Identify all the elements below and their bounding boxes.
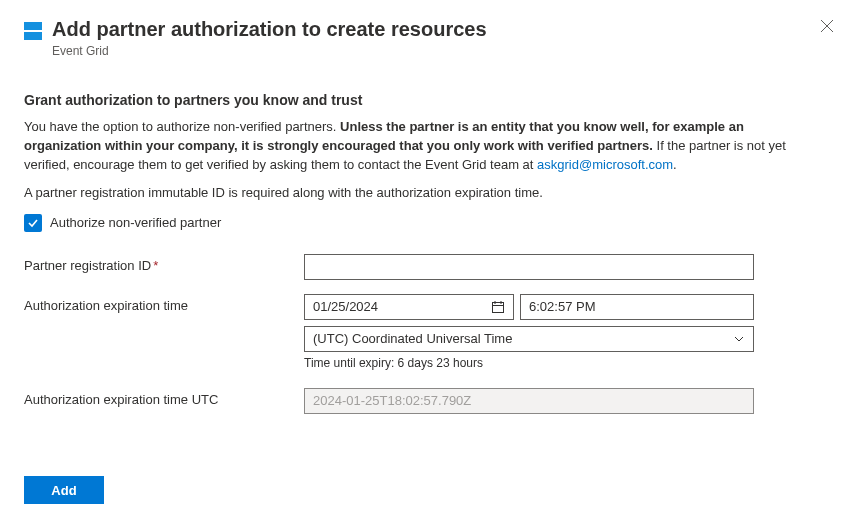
registration-id-row: Partner registration ID* <box>24 254 831 280</box>
intro-post: . <box>673 157 677 172</box>
form-table: Partner registration ID* Authorization e… <box>24 254 831 414</box>
section-heading: Grant authorization to partners you know… <box>24 92 831 108</box>
chevron-down-icon <box>733 333 745 345</box>
intro-text: You have the option to authorize non-ver… <box>24 118 804 175</box>
timezone-select[interactable]: (UTC) Coordinated Universal Time <box>304 326 754 352</box>
intro-requirement-text: A partner registration immutable ID is r… <box>24 185 831 200</box>
timezone-value: (UTC) Coordinated Universal Time <box>313 331 512 346</box>
registration-id-label-text: Partner registration ID <box>24 258 151 273</box>
panel-title: Add partner authorization to create reso… <box>52 16 831 42</box>
checkmark-icon <box>27 217 39 229</box>
svg-rect-4 <box>493 302 504 312</box>
close-button[interactable] <box>819 18 835 34</box>
time-until-expiry-text: Time until expiry: 6 days 23 hours <box>304 356 754 370</box>
required-indicator: * <box>153 258 158 273</box>
contact-email-link[interactable]: askgrid@microsoft.com <box>537 157 673 172</box>
expiration-utc-output <box>304 388 754 414</box>
panel-subtitle: Event Grid <box>52 44 831 58</box>
header-text: Add partner authorization to create reso… <box>52 16 831 58</box>
authorization-panel: Add partner authorization to create reso… <box>0 0 855 518</box>
authorize-nonverified-label: Authorize non-verified partner <box>50 215 221 230</box>
registration-id-label: Partner registration ID* <box>24 254 304 273</box>
event-grid-icon <box>24 22 42 40</box>
intro-pre: You have the option to authorize non-ver… <box>24 119 340 134</box>
panel-header: Add partner authorization to create reso… <box>24 16 831 58</box>
expiration-date-picker[interactable]: 01/25/2024 <box>304 294 514 320</box>
expiration-time-label: Authorization expiration time <box>24 294 304 313</box>
svg-rect-1 <box>24 32 42 40</box>
expiration-utc-row: Authorization expiration time UTC <box>24 388 831 414</box>
expiration-time-value: 6:02:57 PM <box>529 299 596 314</box>
registration-id-input[interactable] <box>304 254 754 280</box>
add-button[interactable]: Add <box>24 476 104 504</box>
expiration-time-row: Authorization expiration time 01/25/2024 <box>24 294 831 370</box>
authorize-nonverified-checkbox[interactable] <box>24 214 42 232</box>
svg-rect-0 <box>24 22 42 30</box>
expiration-utc-label: Authorization expiration time UTC <box>24 388 304 407</box>
calendar-icon <box>491 300 505 314</box>
expiration-date-value: 01/25/2024 <box>313 299 378 314</box>
authorize-nonverified-row: Authorize non-verified partner <box>24 214 831 232</box>
expiration-time-input[interactable]: 6:02:57 PM <box>520 294 754 320</box>
panel-footer: Add <box>24 476 831 504</box>
close-icon <box>820 19 834 33</box>
